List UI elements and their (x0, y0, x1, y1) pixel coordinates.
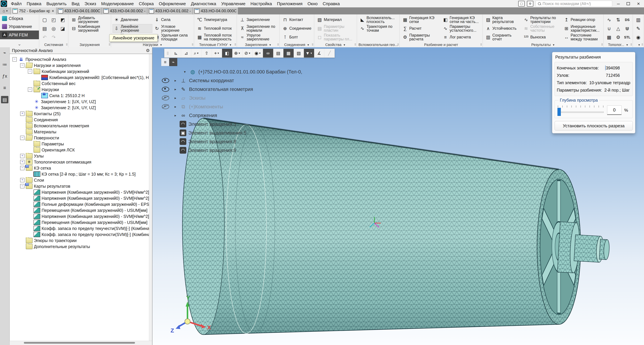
slider-groove[interactable] (558, 112, 604, 113)
expand-arrow-icon[interactable]: ▸ (173, 96, 178, 100)
aux-plane-button[interactable]: ◣Вспомогатель... плоскость (358, 16, 398, 24)
report-view-icon[interactable]: ▤ (1, 96, 8, 103)
group-dropdown-icon[interactable]: ▼ (307, 44, 310, 46)
ribbon-tab-APM FEM[interactable]: AAPM FEM (0, 30, 39, 39)
panel-gear-icon[interactable]: ⚙ (146, 48, 150, 53)
open-doc-icon[interactable]: ◰ (50, 17, 58, 23)
normal-view-icon[interactable]: ⊾ (171, 49, 181, 58)
redo-icon[interactable]: ↷ (50, 34, 58, 40)
show-plate-params-button[interactable]: ◻Показать параметры пл... (316, 33, 355, 42)
joint-button[interactable]: ⊕Соединение (281, 24, 312, 33)
trajectory-button[interactable]: ∿Траектория по точкам (358, 24, 398, 33)
partial-mesh-generation-button[interactable]: ◧Генерация КЭ сетки на часть... (442, 16, 481, 24)
ribbon-tab-Сборка[interactable]: Сборка (0, 14, 39, 22)
menu-item-Эскиз[interactable]: Эскиз (82, 0, 98, 7)
structure-panel-icon[interactable]: ⌁ (169, 58, 177, 66)
model-tree-item[interactable]: ◠Элемент вращения:3 (162, 120, 289, 128)
buckling-button[interactable]: ∧Устойчивость (484, 24, 522, 33)
tree-item[interactable]: +Слои (11, 177, 152, 183)
menu-item-Выделить[interactable]: Выделить (44, 0, 69, 7)
group-drag-handle-icon[interactable]: ⠿ (601, 43, 603, 46)
new-doc-icon[interactable]: ▢ (40, 17, 49, 23)
eye-visible-icon[interactable] (162, 87, 169, 92)
model-tree-item[interactable]: ▾◍(+)752.НО-03.02.01.01.00.000 Барабан (… (162, 68, 289, 76)
plate-params-button[interactable]: ▤Параметры пластин (316, 24, 355, 33)
menu-item-Приложения[interactable]: Приложения (275, 0, 304, 7)
group-dropdown-icon[interactable]: ▼ (229, 44, 232, 46)
restraint-button[interactable]: ⊥Закрепление (238, 16, 278, 24)
ribbon-tab-Управление[interactable]: Управление (0, 22, 39, 30)
show-all-icon[interactable]: ◉▼ (253, 49, 263, 58)
bolt-button[interactable]: ⊺Болт (281, 33, 312, 42)
group-drag-handle-icon[interactable]: ⠿ (277, 43, 279, 46)
report-doc-icon[interactable]: ▥ (634, 17, 642, 23)
group-drag-handle-icon[interactable]: ⠿ (234, 43, 236, 46)
tree-item[interactable]: Дополнительные результаты (11, 244, 152, 250)
save-as-icon[interactable]: ◪ (59, 26, 67, 31)
tree-expander[interactable]: − (12, 57, 17, 62)
tab-close-icon[interactable]: × (51, 8, 54, 14)
tree-item[interactable]: КЭ сетка [2-й пор.; Шаг = 10 мм; Кс = 3;… (11, 171, 152, 177)
tree-item[interactable]: Коэфф. запаса по пределу прочности(SVM)[… (11, 232, 152, 238)
toolbar-drag-handle[interactable]: ⣿ (164, 49, 171, 58)
material-button[interactable]: ▧Материал (316, 16, 355, 24)
dropdown-arrow-icon[interactable]: ▼ (238, 52, 240, 54)
expand-arrow-icon[interactable]: ▸ (173, 105, 178, 109)
depth-slider[interactable] (557, 105, 604, 116)
group-drag-handle-icon[interactable]: ⠿ (312, 43, 313, 46)
vertical-scrollbar[interactable] (149, 54, 152, 341)
command-search-input[interactable]: Поиск по командам (Alt+/) (536, 1, 612, 7)
group-drag-handle-icon[interactable]: ⠿ (480, 43, 482, 46)
dropdown-arrow-icon[interactable]: ▼ (217, 52, 219, 54)
model-tree-item[interactable]: ▸⧉(+)Компоненты (162, 102, 289, 111)
calculator-icon[interactable]: ▦ (605, 34, 613, 40)
camera-icon[interactable]: ◉ (634, 34, 642, 40)
tree-item[interactable]: Соединения (11, 117, 152, 123)
linear-acceleration-button[interactable]: ⇩Линейное ускорение (112, 24, 152, 33)
expand-arrow-icon[interactable]: ▾ (183, 70, 187, 74)
trajectory-results-button[interactable]: ∿Результаты по траектории (522, 16, 562, 24)
scrollbar-thumb[interactable] (24, 342, 135, 344)
limits-icon[interactable]: ⇅ (614, 17, 622, 23)
document-tab[interactable]: 433.НО-04.01.002 - В... (147, 8, 193, 14)
probe-icon[interactable]: ╱ (324, 49, 334, 58)
eye-visible-icon[interactable] (162, 78, 169, 83)
model-tree-item[interactable]: ◠Элемент вращения:9 (162, 146, 289, 155)
tree-item[interactable]: Напряжения (Комбинация загружений0) - SV… (11, 195, 152, 201)
group-dropdown-icon[interactable]: ▼ (269, 44, 272, 46)
sketch-plane-icon[interactable]: ⊿ (181, 49, 191, 58)
home-tab-button[interactable]: ⌂▼ (0, 8, 11, 14)
v-curve-icon[interactable]: ∪ (605, 26, 613, 31)
copy-style-icon[interactable]: ▧ (294, 49, 304, 58)
tree-expander[interactable]: − (28, 69, 32, 74)
callout-button[interactable]: ¹²³Выноска (522, 33, 562, 42)
horizontal-scrollbar[interactable] (10, 341, 152, 345)
menu-item-Управление[interactable]: Управление (219, 0, 248, 7)
eigen-frequencies-button[interactable]: ≋Собственные частоты (522, 24, 562, 33)
menu-item-Файл[interactable]: Файл (9, 0, 24, 7)
wireframe-mode-icon[interactable]: ⊕▼ (232, 49, 242, 58)
3d-viewport[interactable]: Y X Z ⣿⊾⊿⌕▼⇧⌖▼◧⊕▼⊘▼◉▼∞▤▦▧▼▼∡╱ ≡⌁ ▾◍(+)75… (152, 47, 644, 345)
model-tree-item[interactable]: ▸✎Вспомогательная геометрия (162, 85, 289, 94)
menu-item-Окно[interactable]: Окно (306, 0, 320, 7)
result-map-button[interactable]: ▨Карта результатов (484, 16, 522, 24)
solve-log-button[interactable]: ≡Лог расчета (442, 33, 481, 42)
tree-item[interactable]: −Поверхности (11, 135, 152, 141)
measure-icon[interactable]: ∡ (314, 49, 324, 58)
fatigue-params-button[interactable]: ∿Параметры усталостного... (442, 24, 481, 33)
area-force-button[interactable]: ⇉Удельная сила площади (153, 33, 193, 42)
save-doc-icon[interactable]: ◩ (59, 17, 67, 23)
pan-move-icon[interactable]: ⇧ (202, 49, 212, 58)
filter-icon[interactable]: ▼▼ (304, 49, 314, 58)
ds-icon[interactable]: DS (623, 18, 631, 22)
menu-item-Диагностика[interactable]: Диагностика (189, 0, 218, 7)
document-tab[interactable]: 752 - Барабан крайн...× (11, 8, 56, 14)
tree-item[interactable]: −⇊Прочностной Анализ (11, 56, 152, 62)
group-drag-handle-icon[interactable]: ⠿ (192, 43, 193, 46)
window-layout-icon[interactable]: ▢ (518, 1, 524, 6)
tree-expander[interactable]: + (20, 112, 24, 116)
zoom-icon[interactable]: ⌕▼ (191, 49, 202, 58)
tree-item[interactable]: ✳Закрепление 1: [UX, UY, UZ] (11, 98, 152, 105)
tree-item[interactable]: +⊗Топологическая оптимизация (11, 159, 152, 165)
depth-value-input[interactable]: 0 (607, 106, 622, 115)
